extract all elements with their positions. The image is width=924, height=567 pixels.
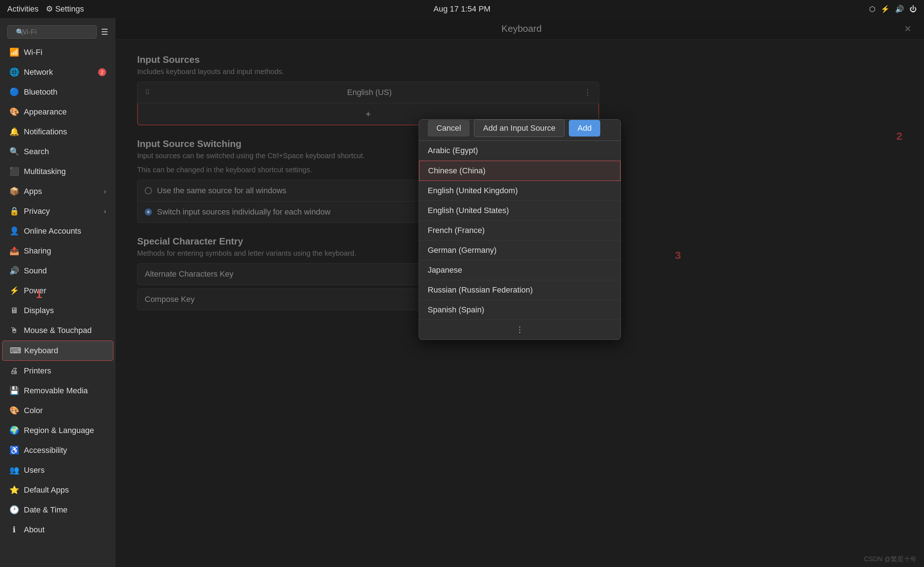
- wifi-icon: 📶: [9, 48, 19, 57]
- search-icon: 🔍: [16, 28, 24, 36]
- power-icon[interactable]: ⏻: [910, 5, 917, 14]
- bluetooth-icon[interactable]: ⚡: [880, 5, 890, 14]
- sound-icon: 🔊: [9, 266, 19, 275]
- arrow-privacy: ›: [104, 208, 106, 215]
- about-icon: ℹ: [9, 525, 19, 534]
- dialog-add-input-source-button[interactable]: Add an Input Source: [474, 120, 564, 137]
- arrow-apps: ›: [104, 188, 106, 196]
- sidebar-item-apps[interactable]: 📦Apps›: [2, 182, 113, 201]
- sidebar-item-mouse-touchpad[interactable]: 🖱Mouse & Touchpad: [2, 321, 113, 340]
- topbar-left: Activities ⚙ Settings: [7, 5, 84, 14]
- sidebar-item-multitasking[interactable]: ⬛Multitasking: [2, 162, 113, 181]
- sidebar-item-color[interactable]: 🎨Color: [2, 401, 113, 420]
- region-language-icon: 🌍: [9, 426, 19, 435]
- sidebar-item-printers[interactable]: 🖨Printers: [2, 361, 113, 381]
- sidebar-item-users[interactable]: 👥Users: [2, 460, 113, 480]
- dialog-cancel-button[interactable]: Cancel: [428, 120, 470, 137]
- dialog-list-item-7[interactable]: Russian (Russian Federation): [419, 280, 621, 300]
- sidebar-label-region-language: Region & Language: [24, 426, 94, 435]
- sidebar-label-accessibility: Accessibility: [24, 446, 67, 455]
- settings-app-label[interactable]: ⚙ Settings: [46, 5, 84, 14]
- sidebar-label-color: Color: [24, 406, 43, 415]
- screenshot-icon[interactable]: ⬡: [869, 5, 875, 14]
- sidebar-menu-icon[interactable]: ☰: [101, 27, 108, 37]
- add-input-source-dialog: Cancel Add an Input Source Add Arabic (E…: [418, 119, 621, 340]
- sidebar-label-about: About: [24, 525, 45, 534]
- sidebar-item-network[interactable]: 🌐Network2: [2, 62, 113, 82]
- dialog-list-item-0[interactable]: Arabic (Egypt): [419, 141, 621, 161]
- sidebar-item-region-language[interactable]: 🌍Region & Language: [2, 421, 113, 440]
- activities-button[interactable]: Activities: [7, 5, 39, 14]
- network-icon: 🌐: [9, 68, 19, 77]
- dialog-list-item-8[interactable]: Spanish (Spain): [419, 300, 621, 320]
- dialog-list-item-5[interactable]: German (Germany): [419, 241, 621, 260]
- bluetooth-icon: 🔵: [9, 87, 19, 97]
- sidebar-label-keyboard: Keyboard: [24, 346, 58, 355]
- dialog-add-button[interactable]: Add: [569, 120, 600, 137]
- dialog-list-item-2[interactable]: English (United Kingdom): [419, 181, 621, 201]
- dialog-list-item-6[interactable]: Japanese: [419, 260, 621, 280]
- sidebar-item-appearance[interactable]: 🎨Appearance: [2, 102, 113, 122]
- mouse-touchpad-icon: 🖱: [9, 326, 19, 335]
- keyboard-icon: ⌨: [10, 346, 19, 355]
- sidebar-label-notifications: Notifications: [24, 127, 67, 137]
- sidebar-label-privacy: Privacy: [24, 207, 50, 216]
- color-icon: 🎨: [9, 406, 19, 415]
- sidebar-item-date-time[interactable]: 🕐Date & Time: [2, 500, 113, 520]
- volume-icon[interactable]: 🔊: [895, 5, 904, 14]
- content-area: Keyboard ✕ 2 Input Sources Includes keyb…: [116, 18, 924, 567]
- sidebar-label-bluetooth: Bluetooth: [24, 87, 57, 97]
- sidebar-label-displays: Displays: [24, 306, 54, 315]
- sidebar-label-mouse-touchpad: Mouse & Touchpad: [24, 326, 92, 335]
- sidebar-item-accessibility[interactable]: ♿Accessibility: [2, 441, 113, 460]
- sidebar-label-online-accounts: Online Accounts: [24, 226, 81, 236]
- sharing-icon: 📤: [9, 246, 19, 256]
- date-time-icon: 🕐: [9, 505, 19, 514]
- dialog-list-item-3[interactable]: English (United States): [419, 201, 621, 221]
- badge-network: 2: [98, 68, 106, 76]
- sidebar-label-default-apps: Default Apps: [24, 485, 69, 495]
- sidebar-item-online-accounts[interactable]: 👤Online Accounts: [2, 221, 113, 241]
- sidebar-item-about[interactable]: ℹAbout: [2, 520, 113, 540]
- sidebar-label-wifi: Wi-Fi: [24, 48, 42, 57]
- dialog-more-options[interactable]: ⋮: [419, 320, 621, 340]
- sidebar-item-displays[interactable]: 🖥Displays: [2, 301, 113, 320]
- sidebar-item-sound[interactable]: 🔊Sound: [2, 261, 113, 281]
- sidebar-item-keyboard[interactable]: ⌨Keyboard: [2, 341, 113, 361]
- online-accounts-icon: 👤: [9, 226, 19, 236]
- topbar-right: ⬡ ⚡ 🔊 ⏻: [869, 5, 917, 14]
- sidebar-label-date-time: Date & Time: [24, 505, 68, 514]
- users-icon: 👥: [9, 466, 19, 475]
- sidebar-item-power[interactable]: ⚡Power: [2, 281, 113, 301]
- sidebar-item-removable-media[interactable]: 💾Removable Media: [2, 381, 113, 400]
- sidebar-item-bluetooth[interactable]: 🔵Bluetooth: [2, 82, 113, 102]
- dialog-list-item-1[interactable]: Chinese (China): [419, 161, 621, 181]
- apps-icon: 📦: [9, 187, 19, 196]
- sidebar-label-power: Power: [24, 286, 46, 295]
- sidebar-item-search[interactable]: 🔍Search: [2, 142, 113, 161]
- sidebar-label-printers: Printers: [24, 366, 51, 376]
- sidebar-header: 🔍 ☰: [0, 22, 116, 42]
- dialog-list-item-4[interactable]: French (France): [419, 221, 621, 241]
- sidebar-label-removable-media: Removable Media: [24, 386, 88, 396]
- power-icon: ⚡: [9, 286, 19, 295]
- sidebar-label-appearance: Appearance: [24, 107, 67, 117]
- appearance-icon: 🎨: [9, 107, 19, 117]
- sidebar-item-default-apps[interactable]: ⭐Default Apps: [2, 480, 113, 500]
- sidebar-label-sound: Sound: [24, 266, 47, 275]
- topbar-datetime: Aug 17 1:54 PM: [434, 5, 490, 14]
- search-wrapper: 🔍: [7, 25, 97, 39]
- multitasking-icon: ⬛: [9, 167, 19, 176]
- sidebar-item-sharing[interactable]: 📤Sharing: [2, 241, 113, 261]
- sidebar-label-search: Search: [24, 147, 49, 156]
- sidebar: 🔍 ☰ 📶Wi-Fi🌐Network2🔵Bluetooth🎨Appearance…: [0, 18, 116, 567]
- displays-icon: 🖥: [9, 306, 19, 315]
- privacy-icon: 🔒: [9, 207, 19, 216]
- printers-icon: 🖨: [9, 366, 19, 376]
- sidebar-label-multitasking: Multitasking: [24, 167, 66, 176]
- dialog-language-list: Arabic (Egypt)Chinese (China)English (Un…: [419, 140, 621, 320]
- sidebar-item-wifi[interactable]: 📶Wi-Fi: [2, 43, 113, 62]
- accessibility-icon: ♿: [9, 446, 19, 455]
- sidebar-item-notifications[interactable]: 🔔Notifications: [2, 122, 113, 141]
- sidebar-item-privacy[interactable]: 🔒Privacy›: [2, 202, 113, 221]
